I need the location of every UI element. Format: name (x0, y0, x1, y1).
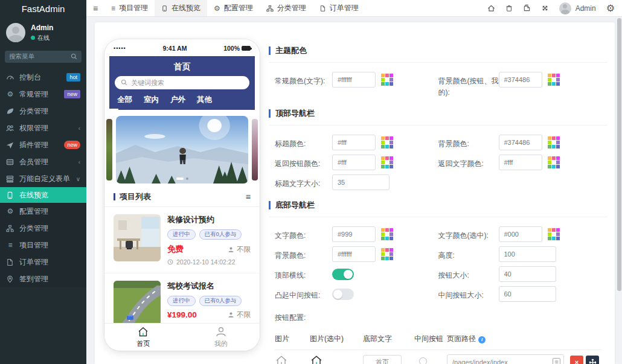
project-item[interactable]: 装修设计预约 进行中 已有0人参与 免费 不限 2020-12-10 14:02… (104, 207, 260, 273)
list-menu-icon[interactable]: ≡ (246, 192, 251, 202)
sidebar-item-custom-forms[interactable]: 万能自定义表单 ∨ (0, 170, 86, 187)
back-btn-color-input[interactable] (332, 155, 376, 170)
color-picker-icon[interactable] (548, 136, 560, 148)
phone-tab-all[interactable]: 全部 (117, 95, 132, 105)
image-cell[interactable] (275, 354, 310, 364)
tab-text-active-color-input[interactable] (499, 226, 542, 242)
section-theme: 主题配色 常规颜色(文字): 背景颜色(按钮、我的): (269, 45, 608, 98)
info-icon[interactable]: i (478, 336, 486, 343)
battery-percent: 100% (223, 45, 240, 52)
project-list-title: 项目列表 (120, 191, 151, 202)
tab-text-color-input[interactable] (332, 226, 376, 242)
phone-carousel[interactable] (104, 116, 260, 184)
sidebar-item-projects[interactable]: ≡ 项目管理 (0, 237, 86, 254)
project-quota: 不限 (237, 310, 251, 319)
color-picker-icon[interactable] (381, 156, 393, 168)
tab-category[interactable]: 分类管理 (260, 0, 313, 16)
phone-search-input[interactable]: 关键词搜索 (115, 76, 249, 89)
back-text-color-input[interactable] (499, 155, 542, 170)
title-color-input[interactable] (332, 135, 376, 150)
color-picker-icon[interactable] (548, 74, 560, 86)
sidebar-item-config[interactable]: ⚙ 配置管理 (0, 203, 86, 220)
page-select-icon[interactable]: ≣ (553, 358, 560, 364)
center-button-size-input[interactable] (499, 286, 556, 302)
phone-tab-other[interactable]: 其他 (197, 95, 212, 105)
bg-color-input[interactable] (499, 72, 542, 88)
color-picker-icon[interactable] (381, 248, 393, 260)
raised-center-toggle[interactable] (332, 289, 354, 300)
list-icon: ≡ (6, 241, 14, 249)
carousel-slide-image[interactable] (116, 116, 248, 184)
sidebar-search-placeholder: 搜索菜单 (9, 53, 67, 61)
move-row-button[interactable] (586, 356, 599, 364)
carousel-prev-slide[interactable] (106, 119, 112, 180)
title-size-input[interactable] (332, 174, 390, 190)
sidebar-item-category[interactable]: 分类管理 (0, 103, 86, 120)
tab-config[interactable]: ⚙ 配置管理 (207, 0, 260, 16)
home-icon[interactable] (487, 4, 495, 12)
sidebar-item-label: 项目管理 (19, 240, 48, 251)
trash-icon[interactable] (505, 4, 513, 12)
tab-projects[interactable]: ≡ 项目管理 (104, 0, 155, 16)
top-line-toggle[interactable] (332, 269, 354, 280)
sidebar-item-label: 在线预览 (19, 190, 48, 200)
clock-icon (167, 259, 173, 265)
sidebar-item-orders[interactable]: 订单管理 (0, 254, 86, 270)
sidebar-item-members[interactable]: 会员管理 ‹ (0, 153, 86, 170)
field-label: 标题颜色: (275, 134, 332, 150)
tabbar-mine[interactable]: 我的 (182, 324, 260, 351)
phone-navbar: 首页 关键词搜索 全部 室内 户外 其他 (109, 56, 255, 110)
navbar-bg-color-input[interactable] (499, 135, 542, 150)
middle-button-radio[interactable] (419, 357, 427, 364)
scrollbar-thumb[interactable] (617, 18, 621, 291)
scrollbar[interactable] (617, 18, 621, 363)
image-selected-cell[interactable] (310, 354, 363, 364)
new-badge: new (64, 141, 80, 149)
tab-label: 配置管理 (224, 3, 253, 13)
project-quota: 不限 (237, 245, 251, 254)
sidebar-item-category2[interactable]: 分类管理 (0, 220, 86, 237)
project-price: 免费 (167, 244, 184, 255)
color-picker-icon[interactable] (548, 228, 560, 240)
field-label: 中间按钮大小: (438, 286, 499, 301)
user-menu[interactable]: Admin (559, 2, 596, 14)
fullscreen-icon[interactable] (541, 4, 549, 12)
field-label: 背景颜色: (438, 134, 499, 150)
field-label: 返回按钮颜色: (275, 154, 332, 170)
page-path-input[interactable] (447, 354, 564, 364)
delete-row-button[interactable]: × (570, 356, 583, 364)
tabbar-bg-color-input[interactable] (332, 246, 376, 262)
pages-icon[interactable] (523, 4, 531, 12)
sidebar-item-dashboard[interactable]: 控制台 hot (0, 69, 86, 86)
sidebar-search-input[interactable]: 搜索菜单 (5, 51, 82, 63)
phone-tab-indoor[interactable]: 室内 (144, 95, 159, 105)
sidebar-item-permissions[interactable]: 权限管理 ‹ (0, 120, 86, 136)
settings-cogs-icon[interactable]: ⚙ (606, 2, 615, 14)
col-image: 图片 (275, 334, 310, 344)
tabbar-home[interactable]: 首页 (104, 324, 182, 351)
color-picker-icon[interactable] (381, 136, 393, 148)
tab-orders[interactable]: 订单管理 (313, 0, 365, 16)
users-icon (6, 124, 14, 132)
button-size-input[interactable] (499, 266, 556, 282)
sidebar-toggle-icon[interactable]: ≡ (86, 0, 104, 16)
tab-online-preview[interactable]: 在线预览 (155, 0, 207, 16)
carousel-next-slide[interactable] (252, 119, 258, 180)
phone-tab-outdoor[interactable]: 户外 (170, 95, 185, 105)
tabbar-label: 首页 (136, 339, 150, 348)
sidebar-item-checkin[interactable]: 签到管理 (0, 270, 86, 287)
color-picker-icon[interactable] (548, 156, 560, 168)
color-picker-icon[interactable] (381, 74, 393, 86)
section-title: 顶部导航栏 (275, 108, 315, 119)
sidebar-item-online-preview[interactable]: 在线预览 (0, 187, 86, 203)
gauge-icon (6, 74, 14, 81)
table-header-row: 图片 图片(选中) 底部文字 中间按钮 页面路径i (275, 330, 601, 350)
sidebar-item-plugins[interactable]: 插件管理 new (0, 136, 86, 153)
online-dot (31, 36, 35, 40)
tabbar-height-input[interactable] (499, 246, 556, 262)
text-color-input[interactable] (332, 72, 376, 88)
sidebar-item-general[interactable]: ⚙ 常规管理 new (0, 86, 86, 103)
bottom-text-input[interactable] (363, 355, 402, 364)
color-picker-icon[interactable] (381, 228, 393, 240)
phone-page-title: 首页 (115, 60, 249, 76)
